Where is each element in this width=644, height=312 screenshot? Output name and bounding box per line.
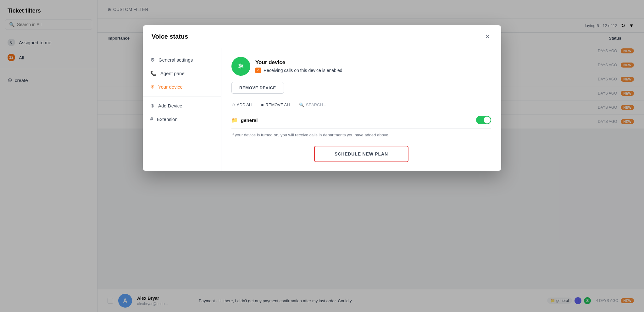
modal-header: Voice status ✕ <box>143 25 501 48</box>
nav-item-extension[interactable]: # Extension <box>143 112 221 126</box>
department-toggle[interactable] <box>476 116 491 124</box>
modal-overlay[interactable]: Voice status ✕ ⚙ General settings 📞 Agen… <box>0 0 644 312</box>
modal-body: ⚙ General settings 📞 Agent panel ✳ Your … <box>143 48 501 171</box>
add-all-button[interactable]: ⊕ ADD ALL <box>231 102 253 107</box>
receiving-calls-row: ✓ Receiving calls on this device is enab… <box>255 68 342 73</box>
nav-label-agent-panel: Agent panel <box>160 71 186 76</box>
sun-icon: ✳ <box>150 84 154 90</box>
nav-item-your-device[interactable]: ✳ Your device <box>143 80 221 94</box>
department-toolbar: ⊕ ADD ALL ■ REMOVE ALL 🔍 SEARCH ... <box>231 102 491 107</box>
nav-label-general-settings: General settings <box>158 57 193 63</box>
nav-label-add-device: Add Device <box>158 103 182 108</box>
receiving-calls-checkbox[interactable]: ✓ <box>255 68 261 73</box>
modal-content: ❄ Your device ✓ Receiving calls on this … <box>221 48 501 171</box>
dept-search[interactable]: 🔍 SEARCH ... <box>299 102 328 107</box>
add-device-plus-icon: ⊕ <box>150 103 154 109</box>
voice-status-modal: Voice status ✕ ⚙ General settings 📞 Agen… <box>143 25 501 171</box>
add-all-label: ADD ALL <box>237 102 253 107</box>
department-row: 📁 general <box>231 112 491 129</box>
remove-all-button[interactable]: ■ REMOVE ALL <box>261 102 291 107</box>
add-all-plus-icon: ⊕ <box>231 102 235 107</box>
remove-all-square-icon: ■ <box>261 102 264 107</box>
dept-row-left: 📁 general <box>231 117 258 123</box>
schedule-btn-wrapper: SCHEDULE NEW PLAN <box>231 146 491 162</box>
modal-nav: ⚙ General settings 📞 Agent panel ✳ Your … <box>143 48 221 171</box>
nav-item-add-device[interactable]: ⊕ Add Device <box>143 99 221 112</box>
device-info: Your device ✓ Receiving calls on this de… <box>255 59 342 73</box>
dept-info-text: If your device is turned on, you will re… <box>231 132 491 138</box>
hash-icon: # <box>150 116 153 122</box>
dept-search-icon: 🔍 <box>299 102 304 107</box>
device-header: ❄ Your device ✓ Receiving calls on this … <box>231 57 491 76</box>
modal-close-button[interactable]: ✕ <box>482 31 492 41</box>
remove-device-button[interactable]: REMOVE DEVICE <box>231 82 284 94</box>
gear-icon: ⚙ <box>150 57 155 63</box>
phone-icon: 📞 <box>150 70 157 76</box>
dept-name: general <box>241 118 258 123</box>
folder-icon: 📁 <box>231 117 238 123</box>
remove-all-label: REMOVE ALL <box>265 102 291 107</box>
device-icon: ❄ <box>231 57 250 76</box>
dept-search-placeholder: SEARCH ... <box>306 102 328 107</box>
nav-item-agent-panel[interactable]: 📞 Agent panel <box>143 67 221 80</box>
device-title: Your device <box>255 59 342 66</box>
receiving-calls-label: Receiving calls on this device is enable… <box>264 68 342 73</box>
schedule-new-plan-button[interactable]: SCHEDULE NEW PLAN <box>314 146 408 162</box>
nav-label-your-device: Your device <box>158 84 183 90</box>
modal-title: Voice status <box>152 33 188 40</box>
toggle-knob <box>484 117 491 123</box>
nav-item-general-settings[interactable]: ⚙ General settings <box>143 53 221 67</box>
modal-nav-divider <box>143 96 221 96</box>
nav-label-extension: Extension <box>157 117 178 122</box>
